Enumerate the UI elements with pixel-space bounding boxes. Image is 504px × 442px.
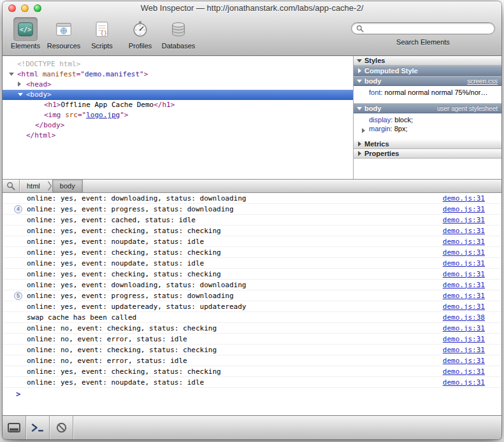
dom-token-gray: <!DOCTYPE html> [17,60,80,68]
source-location-link[interactable]: demo.js:31 [443,216,485,224]
source-location-link[interactable]: demo.js:31 [443,367,485,376]
breadcrumb-bar: html body [3,179,501,193]
dom-token-attr: manifest [43,70,76,78]
computed-style-title: Computed Style [364,67,418,75]
source-location-link[interactable]: demo.js:31 [443,259,485,267]
source-location-link[interactable]: demo.js:38 [443,313,485,322]
source-location-link[interactable]: demo.js:31 [443,357,485,365]
dom-tree-node[interactable]: <!DOCTYPE html> [3,59,353,69]
source-location-link[interactable]: demo.js:31 [443,270,485,278]
css-property-display[interactable]: display:block; [354,115,501,124]
search-field[interactable] [351,22,495,34]
dom-token-tag: </h1> [154,101,175,109]
svg-text:</>: </> [20,25,32,33]
resource-link[interactable]: logo.jpg [86,111,120,119]
metrics-section-header[interactable]: Metrics [354,139,501,149]
toolbar: </> Elements Resources [3,15,501,55]
dom-tree-node[interactable]: <html manifest="demo.manifest"> [3,69,353,80]
dom-tree-node[interactable]: <img src="logo.jpg"> [3,110,353,120]
zoom-button[interactable] [34,4,41,12]
console-message-text: online: yes, event: checking, status: ch… [27,227,435,235]
console-message-row: swap cache has been calleddemo.js:38 [3,312,501,323]
disclosure-right-icon[interactable] [18,80,26,90]
console-message-row: online: yes, event: noupdate, status: id… [3,377,501,388]
disclosure-right-icon[interactable] [362,126,365,133]
css-property-name: margin: [369,125,392,132]
stylesheet-link[interactable]: screen.css [467,78,498,85]
breadcrumb-html[interactable]: html [20,180,47,192]
source-location-link[interactable]: demo.js:31 [443,335,485,343]
source-location-link[interactable]: demo.js:31 [443,238,485,246]
dom-tree-panel: <!DOCTYPE html><html manifest="demo.mani… [3,56,353,179]
properties-section-header[interactable]: Properties [354,149,501,159]
source-location-link[interactable]: demo.js:31 [443,205,485,213]
style-rule-header-screen[interactable]: body screen.css [354,76,501,86]
disclosure-right-icon[interactable] [357,151,362,156]
svg-text:{}: {} [100,29,107,36]
console-search-button[interactable] [3,180,20,192]
disclosure-down-icon[interactable] [357,107,362,110]
toolbar-label: Resources [47,42,81,50]
source-location-link[interactable]: demo.js:31 [443,346,485,354]
source-location-link[interactable]: demo.js:31 [443,292,485,300]
console-message-row: 4online: yes, event: progress, status: d… [3,204,501,215]
computed-style-header[interactable]: Computed Style [354,66,501,76]
style-rule-header-useragent[interactable]: body user agent stylesheet [354,103,501,113]
toolbar-item-resources[interactable]: Resources [45,17,83,50]
toolbar-item-profiles[interactable]: Profiles [121,17,159,50]
search-input[interactable] [366,25,490,32]
source-location-link[interactable]: demo.js:31 [443,303,485,311]
console-toggle-button[interactable] [26,416,50,439]
elements-icon: </> [13,17,38,41]
title-bar[interactable]: Web Inspector — http://jonathanstark.com… [3,1,501,15]
source-location-link[interactable]: demo.js:31 [443,227,485,235]
minimize-button[interactable] [21,4,29,12]
toolbar-label: Profiles [129,42,152,50]
console-message-text: online: yes, event: updateready, status:… [27,303,435,311]
dom-token-tag: </body> [35,121,64,129]
disclosure-down-icon[interactable] [357,80,362,83]
dom-tree-node[interactable]: </body> [3,120,353,131]
dom-tree-node[interactable]: <h1>Offline App Cache Demo</h1> [3,100,353,110]
source-location-link[interactable]: demo.js:31 [443,281,485,289]
dom-token-val: demo.manifest [85,70,140,78]
close-button[interactable] [8,4,16,12]
source-location-link[interactable]: demo.js:31 [443,194,485,203]
traffic-lights [8,4,41,12]
toolbar-search-area: Search Elements [351,17,495,46]
dom-tree-node[interactable]: </html> [3,131,353,141]
properties-section-title: Properties [364,150,399,157]
stylesheet-source-label: user agent stylesheet [437,105,498,112]
source-location-link[interactable]: demo.js:31 [443,324,485,332]
toolbar-item-databases[interactable]: Databases [159,17,198,50]
dom-token-tag: <body> [26,90,52,99]
console-message-text: online: yes, event: checking, status: ch… [27,270,435,278]
console-prompt-caret: > [16,390,20,399]
window-chrome: Web Inspector — http://jonathanstark.com… [3,1,501,56]
disclosure-right-icon[interactable] [357,68,362,73]
css-property-margin[interactable]: margin:8px; [354,124,501,133]
dom-token-tag: <h1> [44,101,61,109]
styles-section-header[interactable]: Styles [354,56,501,66]
disclosure-down-icon[interactable] [18,90,26,100]
css-property-name: font: [369,89,382,96]
clear-console-button[interactable] [50,416,73,439]
disclosure-down-icon[interactable] [357,59,362,62]
console-prompt-row[interactable]: > [3,388,501,401]
console-message-row: 5online: yes, event: progress, status: d… [3,290,501,301]
console-message-row: online: yes, event: noupdate, status: id… [3,236,501,247]
source-location-link[interactable]: demo.js:31 [443,248,485,257]
toolbar-item-elements[interactable]: </> Elements [6,17,45,50]
breadcrumb-body[interactable]: body [52,180,83,192]
resources-icon [52,17,76,41]
console-message-text: online: yes, event: progress, status: do… [27,292,435,300]
disclosure-down-icon[interactable] [9,69,17,80]
css-property-font[interactable]: font:normal normal normal 75%/nor… [354,88,501,97]
dock-console-button[interactable] [3,416,26,439]
profiles-icon [128,17,152,41]
dom-tree-node[interactable]: <body> [3,90,353,100]
toolbar-item-scripts[interactable]: {} Scripts [83,17,121,50]
dom-tree-node[interactable]: <head> [3,80,353,90]
source-location-link[interactable]: demo.js:31 [443,378,485,387]
disclosure-right-icon[interactable] [357,141,362,146]
